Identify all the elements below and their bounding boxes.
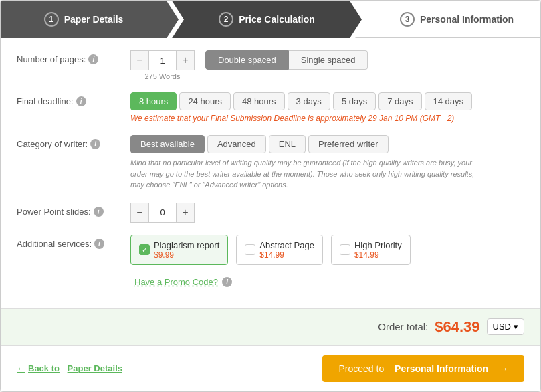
writer-info-icon[interactable]: i — [90, 139, 100, 149]
pages-label: Number of pages: i — [17, 50, 130, 64]
deadline-24h-button[interactable]: 24 hours — [179, 92, 231, 110]
writer-row: Category of writer: i Best available Adv… — [17, 135, 524, 191]
step-3-num: 3 — [400, 12, 415, 27]
services-info-icon[interactable]: i — [94, 239, 104, 249]
double-spaced-button[interactable]: Double spaced — [205, 50, 289, 70]
pages-content: − 1 + Double spaced Single spaced 275 Wo… — [130, 50, 524, 80]
currency-value: USD — [493, 322, 511, 332]
step-2-num: 2 — [219, 12, 233, 27]
powerpoint-content: − 0 + — [130, 203, 524, 223]
currency-selector[interactable]: USD ▾ — [487, 318, 524, 335]
order-total-label: Order total: — [378, 321, 428, 332]
spacing-buttons: Double spaced Single spaced — [205, 50, 368, 70]
pages-decrement-button[interactable]: − — [130, 50, 149, 70]
back-label: Back to — [28, 363, 60, 373]
pages-increment-button[interactable]: + — [176, 50, 195, 70]
service-abstract[interactable]: Abstract Page $14.99 — [236, 235, 323, 265]
proceed-target: Personal Information — [395, 363, 488, 374]
services-row: Additional services: i ✓ Plagiarism repo… — [17, 235, 524, 265]
deadline-14d-button[interactable]: 14 days — [425, 92, 473, 110]
pages-value: 1 — [149, 50, 176, 70]
writer-content: Best available Advanced ENL Preferred wr… — [130, 135, 524, 191]
powerpoint-value: 0 — [149, 203, 176, 223]
writer-enl-button[interactable]: ENL — [269, 135, 306, 153]
deadline-buttons: 8 hours 24 hours 48 hours 3 days 5 days … — [130, 92, 524, 110]
writer-preferred-button[interactable]: Preferred writer — [308, 135, 389, 153]
order-total-price: $64.39 — [435, 318, 479, 336]
powerpoint-increment-button[interactable]: + — [176, 203, 195, 223]
priority-price: $14.99 — [354, 250, 402, 260]
deadline-48h-button[interactable]: 48 hours — [233, 92, 285, 110]
deadline-content: 8 hours 24 hours 48 hours 3 days 5 days … — [130, 92, 524, 123]
step-1-num: 1 — [44, 12, 59, 27]
step-personal-info[interactable]: 3 Personal Information — [355, 1, 540, 38]
writer-advanced-button[interactable]: Advanced — [207, 135, 266, 153]
promo-info-icon[interactable]: i — [222, 277, 232, 287]
footer: ← Back to Paper Details Proceed to Perso… — [1, 346, 540, 391]
deadline-7d-button[interactable]: 7 days — [378, 92, 421, 110]
currency-chevron-icon: ▾ — [514, 322, 518, 332]
writer-note: Mind that no particular level of writing… — [130, 157, 478, 191]
words-count: 275 Words — [130, 72, 195, 80]
services-label: Additional services: i — [17, 235, 130, 249]
order-total-bar: Order total: $64.39 USD ▾ — [1, 308, 540, 346]
deadline-5d-button[interactable]: 5 days — [333, 92, 376, 110]
plagiarism-checkbox: ✓ — [139, 244, 150, 255]
promo-link[interactable]: Have a Promo Code? — [134, 277, 218, 287]
powerpoint-stepper: − 0 + — [130, 203, 524, 223]
proceed-button[interactable]: Proceed to Personal Information → — [322, 355, 524, 382]
pages-row: Number of pages: i − 1 + Double spaced S… — [17, 50, 524, 80]
writer-label: Category of writer: i — [17, 135, 130, 149]
abstract-price: $14.99 — [259, 250, 314, 260]
plagiarism-price: $9.99 — [154, 250, 219, 260]
back-link-text: Paper Details — [68, 363, 122, 373]
pages-stepper: − 1 + — [130, 50, 195, 70]
back-arrow-icon: ← — [17, 363, 25, 373]
step-1-label: Paper Details — [64, 14, 124, 25]
steps-header: 1 Paper Details 2 Price Calculation 3 Pe… — [1, 1, 540, 38]
deadline-8h-button[interactable]: 8 hours — [130, 92, 177, 110]
single-spaced-button[interactable]: Single spaced — [289, 50, 368, 70]
service-priority[interactable]: High Priority $14.99 — [331, 235, 411, 265]
promo-content: Have a Promo Code? i — [134, 277, 232, 287]
promo-row: Have a Promo Code? i — [17, 277, 524, 287]
step-paper-details[interactable]: 1 Paper Details — [1, 1, 179, 38]
abstract-name: Abstract Page — [259, 240, 314, 250]
step-2-label: Price Calculation — [239, 14, 315, 25]
service-plagiarism[interactable]: ✓ Plagiarism report $9.99 — [130, 235, 228, 265]
powerpoint-decrement-button[interactable]: − — [130, 203, 149, 223]
services-content: ✓ Plagiarism report $9.99 Abstract Page … — [130, 235, 524, 265]
deadline-3d-button[interactable]: 3 days — [288, 92, 330, 110]
powerpoint-info-icon[interactable]: i — [94, 207, 104, 217]
powerpoint-row: Power Point slides: i − 0 + — [17, 203, 524, 223]
priority-name: High Priority — [354, 240, 402, 250]
writer-best-button[interactable]: Best available — [130, 135, 205, 153]
deadline-label: Final deadline: i — [17, 92, 130, 106]
deadline-info-icon[interactable]: i — [76, 96, 86, 106]
writer-buttons: Best available Advanced ENL Preferred wr… — [130, 135, 524, 153]
deadline-row: Final deadline: i 8 hours 24 hours 48 ho… — [17, 92, 524, 123]
proceed-arrow-icon: → — [499, 363, 508, 374]
powerpoint-label: Power Point slides: i — [17, 203, 130, 217]
deadline-date: 29 Jan 10 PM (GMT +2) — [368, 114, 454, 123]
pages-info-icon[interactable]: i — [88, 54, 98, 64]
step-3-label: Personal Information — [420, 14, 514, 25]
plagiarism-name: Plagiarism report — [154, 240, 219, 250]
deadline-estimate: We estimate that your Final Submission D… — [130, 114, 524, 123]
proceed-prefix: Proceed to — [338, 363, 384, 374]
abstract-checkbox — [245, 244, 255, 255]
priority-checkbox — [340, 244, 350, 255]
step-price-calculation[interactable]: 2 Price Calculation — [172, 1, 362, 38]
back-link[interactable]: ← Back to Paper Details — [17, 363, 122, 373]
